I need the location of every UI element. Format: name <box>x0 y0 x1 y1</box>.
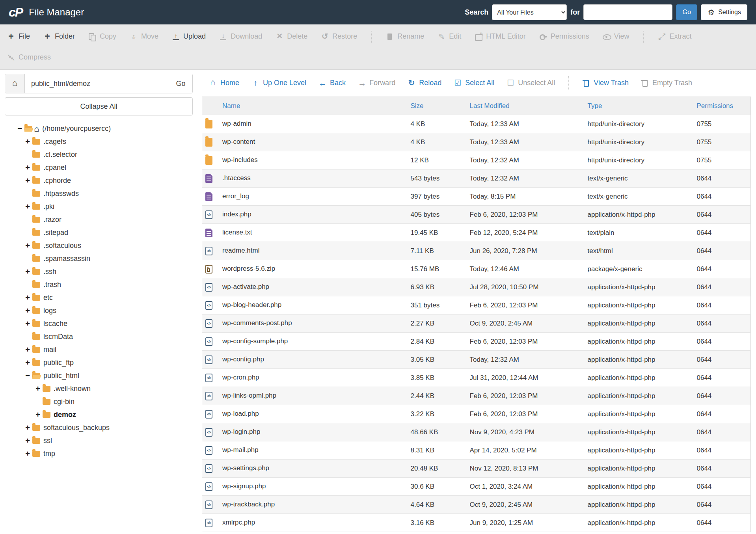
tree-item[interactable]: + .ssh <box>5 265 193 278</box>
toolbar-item-folder[interactable]: Folder <box>43 32 75 41</box>
expander-icon[interactable]: + <box>24 293 32 302</box>
column-header[interactable]: Last Modified <box>466 97 584 115</box>
table-row[interactable]: xmlrpc.php 3.16 KB Jun 9, 2020, 1:25 AM … <box>202 514 751 532</box>
expander-icon[interactable]: + <box>24 436 32 445</box>
table-row[interactable]: wp-mail.php 8.31 KB Apr 14, 2020, 5:02 P… <box>202 441 751 460</box>
code-file-icon <box>205 410 212 419</box>
tree-item[interactable]: + etc <box>5 291 193 304</box>
tree-item[interactable]: .razor <box>5 213 193 226</box>
table-row[interactable]: wp-content 4 KB Today, 12:33 AM httpd/un… <box>202 133 751 151</box>
table-row[interactable]: wp-includes 12 KB Today, 12:32 AM httpd/… <box>202 151 751 169</box>
file-modified: Feb 12, 2020, 5:24 PM <box>466 224 584 242</box>
tree-item[interactable]: + demoz <box>5 408 193 421</box>
tree-item[interactable]: .spamassassin <box>5 252 193 265</box>
toolbar-item-restore: Restore <box>321 32 357 41</box>
tree-item[interactable]: + mail <box>5 343 193 356</box>
nav-item-up-one-level[interactable]: Up One Level <box>251 79 306 87</box>
table-row[interactable]: index.php 405 bytes Feb 6, 2020, 12:03 P… <box>202 206 751 224</box>
table-row[interactable]: wp-blog-header.php 351 bytes Feb 6, 2020… <box>202 296 751 314</box>
path-go-button[interactable]: Go <box>169 74 192 93</box>
file-name: wp-trackback.php <box>222 501 275 508</box>
file-nav-bar: Home Up One Level Back Forward <box>202 74 751 92</box>
column-header[interactable]: Permissions <box>693 97 751 115</box>
column-header[interactable]: Size <box>407 97 466 115</box>
settings-button[interactable]: Settings <box>701 4 747 20</box>
tree-item[interactable]: .htpasswds <box>5 187 193 200</box>
tree-item[interactable]: + .cpanel <box>5 161 193 174</box>
toolbar-item-upload[interactable]: Upload <box>172 32 206 41</box>
home-button[interactable] <box>5 74 25 93</box>
tree-item[interactable]: .trash <box>5 278 193 291</box>
expander-icon[interactable]: + <box>24 163 32 172</box>
table-row[interactable]: wp-links-opml.php 2.44 KB Feb 6, 2020, 1… <box>202 387 751 405</box>
table-row[interactable]: wp-login.php 48.66 KB Nov 9, 2020, 4:23 … <box>202 423 751 441</box>
table-row[interactable]: .htaccess 543 bytes Today, 12:32 AM text… <box>202 169 751 188</box>
table-row[interactable]: error_log 397 bytes Today, 8:15 PM text/… <box>202 188 751 206</box>
toolbar-row-1: File Folder Copy Move Upload <box>7 26 749 47</box>
expander-icon[interactable]: − <box>24 371 32 380</box>
tree-item[interactable]: + logs <box>5 304 193 317</box>
tree-item[interactable]: − public_html <box>5 369 193 382</box>
tree-item[interactable]: + .cphorde <box>5 174 193 187</box>
table-row[interactable]: wp-comments-post.php 2.27 KB Oct 9, 2020… <box>202 314 751 333</box>
table-row[interactable]: wp-settings.php 20.48 KB Nov 12, 2020, 8… <box>202 460 751 478</box>
table-row[interactable]: wp-config-sample.php 2.84 KB Feb 6, 2020… <box>202 333 751 351</box>
expander-icon[interactable]: + <box>24 423 32 432</box>
expander-icon[interactable]: + <box>24 202 32 211</box>
file-type: httpd/unix-directory <box>584 115 693 133</box>
expander-icon[interactable]: + <box>24 137 32 146</box>
file-size: 2.27 KB <box>407 314 466 333</box>
search-input[interactable] <box>583 4 672 20</box>
expander-icon[interactable]: + <box>24 358 32 367</box>
nav-item-home[interactable]: Home <box>209 79 239 87</box>
tree-item[interactable]: + softaculous_backups <box>5 421 193 434</box>
expander-icon[interactable]: − <box>16 124 24 133</box>
search-scope-select[interactable]: All Your Files <box>492 4 567 20</box>
expander-icon[interactable]: + <box>24 176 32 185</box>
table-row[interactable]: wp-load.php 3.22 KB Feb 6, 2020, 12:03 P… <box>202 405 751 423</box>
expander-icon[interactable]: + <box>24 267 32 276</box>
nav-item-reload[interactable]: Reload <box>408 79 441 87</box>
toolbar-item-file[interactable]: File <box>7 32 30 41</box>
nav-item-view-trash[interactable]: View Trash <box>582 79 629 87</box>
search-go-button[interactable]: Go <box>676 4 697 20</box>
tree-item[interactable]: + .softaculous <box>5 239 193 252</box>
tree-item[interactable]: + lscache <box>5 317 193 330</box>
expander-icon[interactable]: + <box>34 410 42 419</box>
column-header[interactable]: Name <box>202 97 407 115</box>
table-row[interactable]: wp-activate.php 6.93 KB Jul 28, 2020, 10… <box>202 278 751 296</box>
tree-item[interactable]: lscmData <box>5 330 193 343</box>
tree-item-label: public_html <box>43 372 79 380</box>
tree-item[interactable]: cgi-bin <box>5 395 193 408</box>
table-row[interactable]: wp-admin 4 KB Today, 12:33 AM httpd/unix… <box>202 115 751 133</box>
table-row[interactable]: wordpress-5.6.zip 15.76 MB Today, 12:46 … <box>202 260 751 278</box>
table-row[interactable]: wp-cron.php 3.85 KB Jul 31, 2020, 12:44 … <box>202 369 751 387</box>
tree-item[interactable]: .cl.selector <box>5 148 193 161</box>
tree-item[interactable]: + .cagefs <box>5 135 193 148</box>
file-type: application/x-httpd-php <box>584 460 693 478</box>
tree-item[interactable]: + tmp <box>5 447 193 460</box>
nav-item-back[interactable]: Back <box>318 79 346 87</box>
tree-item[interactable]: + ssl <box>5 434 193 447</box>
collapse-all-button[interactable]: Collapse All <box>5 97 193 115</box>
expander-icon[interactable]: + <box>24 345 32 354</box>
table-row[interactable]: license.txt 19.45 KB Feb 12, 2020, 5:24 … <box>202 224 751 242</box>
tree-item[interactable]: .sitepad <box>5 226 193 239</box>
tree-item[interactable]: + public_ftp <box>5 356 193 369</box>
path-input[interactable] <box>25 74 169 93</box>
tree-item[interactable]: − (/home/yourcpusercc) <box>5 122 193 135</box>
table-row[interactable]: wp-signup.php 30.6 KB Oct 1, 2020, 3:24 … <box>202 478 751 496</box>
expander-icon[interactable]: + <box>24 319 32 328</box>
expander-icon[interactable]: + <box>24 306 32 315</box>
column-header[interactable]: Type <box>584 97 693 115</box>
table-row[interactable]: wp-config.php 3.05 KB Today, 12:32 AM ap… <box>202 351 751 369</box>
table-row[interactable]: readme.html 7.11 KB Jun 26, 2020, 7:28 P… <box>202 242 751 260</box>
tree-item[interactable]: + .pki <box>5 200 193 213</box>
expander-icon[interactable]: + <box>24 241 32 250</box>
expander-icon[interactable]: + <box>24 449 32 458</box>
tree-item[interactable]: + .well-known <box>5 382 193 395</box>
expander-icon[interactable]: + <box>34 384 42 393</box>
table-row[interactable]: wp-trackback.php 4.64 KB Oct 9, 2020, 2:… <box>202 496 751 514</box>
nav-item-select-all[interactable]: Select All <box>454 79 494 87</box>
file-type: package/x-generic <box>584 260 693 278</box>
